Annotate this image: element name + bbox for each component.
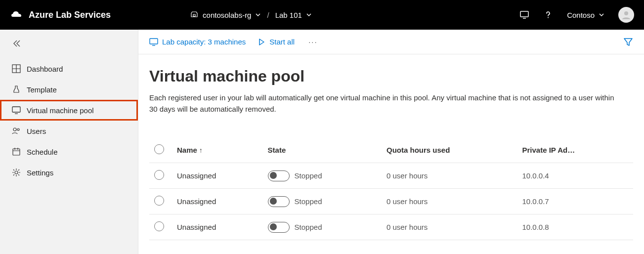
users-icon [12,127,21,135]
top-right: Contoso [519,7,634,23]
sidebar-item-label: Template [27,85,57,94]
brand[interactable]: Azure Lab Services [10,10,111,20]
org-switcher[interactable]: Contoso [567,11,604,19]
row-select-radio[interactable] [154,196,164,206]
chevron-down-icon [599,12,604,18]
org-label: Contoso [567,11,595,19]
content: Virtual machine pool Each registered use… [138,54,644,240]
resource-group-icon [190,10,199,19]
play-icon [258,38,265,46]
svg-rect-0 [520,11,528,17]
cell-quota: 0 user hours [382,163,517,189]
sidebar-item-template[interactable]: Template [0,79,138,100]
state-label: Stopped [295,171,322,180]
cell-quota: 0 user hours [382,189,517,214]
sidebar-item-vm-pool[interactable]: Virtual machine pool [0,100,138,121]
collapse-sidebar-button[interactable] [0,38,138,58]
power-toggle[interactable] [268,222,290,233]
power-toggle[interactable] [268,170,290,181]
cell-ip: 10.0.0.8 [517,214,633,240]
cell-ip: 10.0.0.4 [517,163,633,189]
cell-ip: 10.0.0.7 [517,189,633,214]
breadcrumb-lab-label: Lab 101 [275,11,302,19]
cell-name: Unassigned [172,163,263,189]
filter-button[interactable] [623,37,633,47]
lab-capacity-label: Lab capacity: 3 machines [162,38,246,46]
column-header-quota[interactable]: Quota hours used [382,137,517,163]
sidebar-item-label: Settings [27,169,53,177]
breadcrumbs: contosolabs-rg / Lab 101 [190,10,312,19]
sort-ascending-icon: ↑ [199,146,203,154]
monitor-icon [149,38,158,46]
column-header-name[interactable]: Name↑ [172,137,263,163]
cell-state: Stopped [263,163,382,189]
state-label: Stopped [295,197,322,206]
power-toggle[interactable] [268,196,290,207]
gear-icon [12,168,21,177]
vm-table: Name↑ State Quota hours used Private IP … [149,137,633,240]
svg-point-1 [548,17,549,18]
start-all-label: Start all [269,38,295,46]
template-icon [12,85,21,94]
select-all-radio[interactable] [154,144,164,154]
table-row[interactable]: UnassignedStopped0 user hours10.0.0.4 [149,163,633,189]
sidebar-item-label: Virtual machine pool [27,106,94,115]
breadcrumb-separator: / [267,11,269,19]
page-description: Each registered user in your lab will au… [149,92,624,115]
sidebar: Dashboard Template Virtual machine pool … [0,30,138,254]
cell-name: Unassigned [172,189,263,214]
chevron-down-icon [255,12,261,18]
top-bar: Azure Lab Services contosolabs-rg / Lab … [0,0,644,30]
sidebar-item-dashboard[interactable]: Dashboard [0,58,138,79]
svg-point-8 [15,171,18,174]
page-title: Virtual machine pool [149,67,633,85]
table-row[interactable]: UnassignedStopped0 user hours10.0.0.7 [149,189,633,214]
sidebar-item-label: Dashboard [27,65,63,73]
svg-rect-9 [150,39,158,44]
sidebar-item-label: Schedule [27,148,58,156]
state-label: Stopped [295,223,322,231]
monitor-icon [12,106,21,115]
chevron-down-icon [306,12,312,18]
cell-state: Stopped [263,214,382,240]
svg-rect-7 [13,149,20,155]
svg-rect-4 [12,107,20,112]
breadcrumb-lab[interactable]: Lab 101 [275,11,312,19]
command-bar: Lab capacity: 3 machines Start all ··· [138,30,644,54]
svg-point-5 [13,128,16,131]
sidebar-item-label: Users [27,127,46,135]
brand-name: Azure Lab Services [29,10,111,20]
lab-capacity-button[interactable]: Lab capacity: 3 machines [149,38,246,46]
user-avatar[interactable] [618,7,634,23]
breadcrumb-resource-group[interactable]: contosolabs-rg [190,10,261,19]
calendar-icon [12,147,21,156]
help-icon[interactable] [543,10,553,20]
azure-logo-icon [10,10,23,20]
sidebar-item-settings[interactable]: Settings [0,162,138,183]
column-header-state[interactable]: State [263,137,382,163]
row-select-radio[interactable] [154,170,164,180]
start-all-button[interactable]: Start all [258,38,295,46]
sidebar-item-schedule[interactable]: Schedule [0,141,138,162]
breadcrumb-rg-label: contosolabs-rg [203,11,251,19]
monitor-icon[interactable] [519,10,529,20]
column-header-ip[interactable]: Private IP Ad… [517,137,633,163]
cell-state: Stopped [263,189,382,214]
sidebar-item-users[interactable]: Users [0,121,138,141]
row-select-radio[interactable] [154,221,164,231]
dashboard-icon [12,64,21,73]
svg-point-2 [624,11,628,15]
main: Lab capacity: 3 machines Start all ··· V… [138,30,644,254]
cell-name: Unassigned [172,214,263,240]
more-commands-button[interactable]: ··· [306,38,320,46]
svg-point-6 [17,128,19,130]
cell-quota: 0 user hours [382,214,517,240]
table-row[interactable]: UnassignedStopped0 user hours10.0.0.8 [149,214,633,240]
